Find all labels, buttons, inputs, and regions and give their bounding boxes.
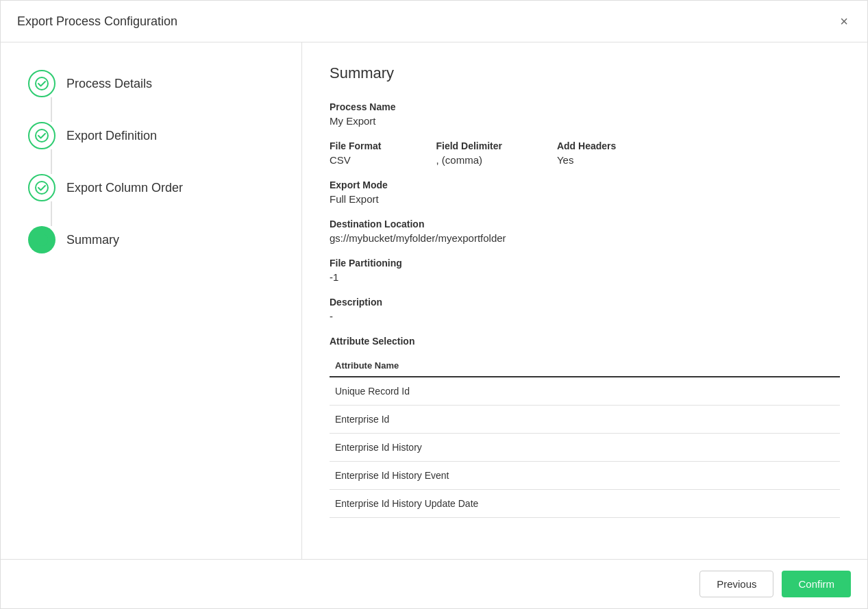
step-icon-process-details — [28, 70, 55, 97]
attribute-name-cell: Unique Record Id — [330, 377, 840, 406]
svg-point-2 — [36, 182, 48, 194]
export-mode-value: Full Export — [330, 193, 840, 205]
add-headers-label: Add Headers — [557, 140, 616, 151]
step-process-details: Process Details — [28, 70, 274, 97]
file-partitioning-label: File Partitioning — [330, 258, 840, 269]
svg-point-0 — [36, 77, 48, 90]
svg-point-1 — [36, 129, 48, 142]
attribute-name-cell: Enterprise Id History Event — [330, 462, 840, 490]
step-icon-summary — [28, 226, 55, 253]
table-row: Unique Record Id — [330, 377, 840, 406]
connector-2 — [51, 149, 52, 174]
step-icon-export-definition — [28, 122, 55, 149]
summary-heading: Summary — [330, 64, 840, 82]
step-label-export-column-order: Export Column Order — [66, 181, 183, 195]
process-name-value: My Export — [330, 115, 840, 127]
process-name-section: Process Name My Export — [330, 101, 840, 127]
attribute-name-cell: Enterprise Id — [330, 406, 840, 434]
table-row: Enterprise Id History Event — [330, 462, 840, 490]
attribute-name-column-header: Attribute Name — [330, 355, 840, 377]
connector-1 — [51, 97, 52, 122]
table-row: Enterprise Id History — [330, 434, 840, 462]
attribute-name-cell: Enterprise Id History Update Date — [330, 490, 840, 518]
step-label-export-definition: Export Definition — [66, 129, 157, 143]
modal: Export Process Configuration × Process D… — [0, 0, 868, 609]
format-row: File Format CSV Field Delimiter , (comma… — [330, 140, 840, 166]
file-format-label: File Format — [330, 140, 381, 151]
confirm-button[interactable]: Confirm — [782, 571, 851, 597]
description-section: Description - — [330, 297, 840, 322]
attribute-table: Attribute Name Unique Record IdEnterpris… — [330, 355, 840, 518]
modal-header: Export Process Configuration × — [1, 1, 867, 42]
step-summary: Summary — [28, 226, 274, 253]
table-row: Enterprise Id — [330, 406, 840, 434]
connector-3 — [51, 201, 52, 226]
svg-point-3 — [36, 234, 48, 246]
table-row: Enterprise Id History Update Date — [330, 490, 840, 518]
step-label-process-details: Process Details — [66, 77, 152, 91]
step-export-definition: Export Definition — [28, 122, 274, 149]
file-partitioning-value: -1 — [330, 271, 840, 283]
attribute-name-cell: Enterprise Id History — [330, 434, 840, 462]
sidebar: Process Details Export Definition — [1, 42, 302, 559]
step-export-column-order: Export Column Order — [28, 174, 274, 201]
field-delimiter-label: Field Delimiter — [436, 140, 501, 151]
main-content: Summary Process Name My Export File Form… — [302, 42, 867, 559]
file-partitioning-section: File Partitioning -1 — [330, 258, 840, 283]
field-delimiter-section: Field Delimiter , (comma) — [436, 140, 501, 166]
step-icon-export-column-order — [28, 174, 55, 201]
destination-location-section: Destination Location gs://mybucket/myfol… — [330, 219, 840, 244]
modal-footer: Previous Confirm — [1, 559, 867, 608]
attribute-selection-section: Attribute Selection Attribute Name Uniqu… — [330, 336, 840, 518]
modal-body: Process Details Export Definition — [1, 42, 867, 559]
add-headers-value: Yes — [557, 154, 616, 166]
file-format-section: File Format CSV — [330, 140, 381, 166]
description-value: - — [330, 310, 840, 322]
field-delimiter-value: , (comma) — [436, 154, 501, 166]
destination-location-value: gs://mybucket/myfolder/myexportfolder — [330, 232, 840, 244]
close-button[interactable]: × — [837, 12, 851, 31]
attribute-selection-label: Attribute Selection — [330, 336, 840, 347]
modal-title: Export Process Configuration — [17, 14, 177, 29]
export-mode-section: Export Mode Full Export — [330, 179, 840, 205]
export-mode-label: Export Mode — [330, 179, 840, 190]
add-headers-section: Add Headers Yes — [557, 140, 616, 166]
description-label: Description — [330, 297, 840, 308]
step-label-summary: Summary — [66, 233, 119, 247]
file-format-value: CSV — [330, 154, 381, 166]
destination-location-label: Destination Location — [330, 219, 840, 229]
previous-button[interactable]: Previous — [699, 571, 773, 597]
process-name-label: Process Name — [330, 101, 840, 112]
